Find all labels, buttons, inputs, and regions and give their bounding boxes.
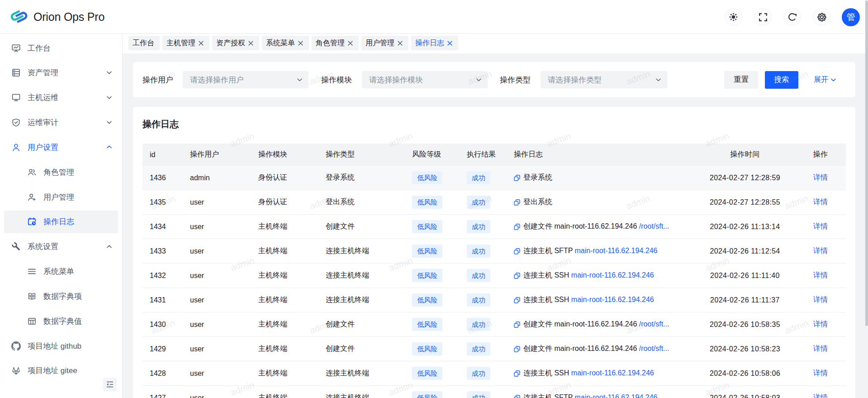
refresh-button[interactable] — [783, 8, 801, 26]
sidebar-collapse-button[interactable] — [103, 378, 117, 391]
sidebar-item-assets[interactable]: 资产管理 — [4, 62, 118, 84]
tab-asset-authorization[interactable]: 资产授权 — [212, 36, 259, 50]
detail-link[interactable]: 详情 — [813, 247, 828, 254]
sidebar-item-audit[interactable]: 运维审计 — [4, 111, 118, 134]
cell-time: 2024-02-26 11:13:14 — [695, 215, 795, 239]
log-text: 连接主机 SSH main-root-116.62.194.246 — [523, 271, 654, 280]
column-header-module: 操作模块 — [251, 144, 318, 166]
cell-user: user — [183, 239, 251, 264]
sidebar-item-label: 运维审计 — [28, 117, 58, 128]
detail-link[interactable]: 详情 — [813, 393, 828, 398]
cell-risk: 低风险 — [405, 166, 460, 190]
cell-time: 2024-02-26 10:58:35 — [695, 312, 795, 337]
sidebar-item-workbench[interactable]: 工作台 — [4, 37, 118, 59]
log-text: 创建文件 main-root-116.62.194.246 /root/sft.… — [523, 222, 669, 231]
detail-link[interactable]: 详情 — [813, 173, 828, 181]
filter-select-module[interactable]: 请选择操作模块 — [362, 71, 488, 88]
cell-time: 2024-02-26 10:58:23 — [695, 337, 795, 361]
copy-icon[interactable] — [514, 321, 520, 328]
copy-icon[interactable] — [514, 224, 520, 230]
column-header-risk: 风险等级 — [405, 144, 460, 166]
tab-workbench[interactable]: 工作台 — [128, 36, 160, 50]
sidebar-item-host-ops[interactable]: 主机运维 — [4, 86, 118, 109]
table-card: 操作日志 id 操作用户 操作模块 操作类型 风险等级 执行结果 操作日志 — [133, 107, 855, 398]
sidebar-item-github[interactable]: 项目地址 github — [4, 335, 118, 357]
search-button[interactable]: 搜索 — [765, 71, 798, 89]
sidebar-item-system-settings[interactable]: 系统设置 — [4, 235, 118, 258]
tab-user-management[interactable]: 用户管理 — [361, 36, 408, 50]
sidebar-item-operation-log[interactable]: 操作日志 — [4, 211, 118, 233]
detail-link[interactable]: 详情 — [813, 198, 828, 206]
filter-select-type[interactable]: 请选择操作类型 — [541, 71, 667, 88]
copy-icon[interactable] — [514, 199, 520, 206]
log-link[interactable]: /root/sft... — [639, 222, 669, 230]
close-icon[interactable] — [447, 40, 453, 46]
cell-time: 2024-02-26 10:58:06 — [695, 361, 795, 386]
log-prefix: 登录系统 — [523, 173, 552, 181]
expand-link[interactable]: 展开 — [814, 62, 836, 97]
detail-link[interactable]: 详情 — [813, 345, 828, 352]
table-row: 1434 user 主机终端 创建文件 低风险 成功 创建文件 main-roo… — [142, 215, 846, 239]
copy-icon[interactable] — [514, 346, 520, 352]
cell-module: 主机终端 — [251, 312, 318, 337]
avatar[interactable]: 管 — [842, 8, 860, 26]
detail-link[interactable]: 详情 — [813, 222, 828, 230]
tab-system-menu[interactable]: 系统菜单 — [262, 36, 309, 50]
sidebar-item-user-management[interactable]: 用户管理 — [4, 186, 118, 208]
log-link[interactable]: main-root-116.62.194.246 — [571, 296, 654, 303]
operation-log-table: id 操作用户 操作模块 操作类型 风险等级 执行结果 操作日志 操作时间 操作… — [142, 144, 846, 398]
log-link[interactable]: /root/sft... — [639, 320, 669, 328]
sidebar-item-role-management[interactable]: 角色管理 — [4, 161, 118, 183]
close-x-glyph — [198, 40, 204, 46]
user-group-icon — [28, 168, 36, 177]
menu-lines-icon — [28, 267, 36, 276]
detail-link[interactable]: 详情 — [813, 320, 828, 328]
log-link[interactable]: /root/sft... — [639, 345, 669, 352]
detail-link[interactable]: 详情 — [813, 369, 828, 377]
close-icon[interactable] — [397, 40, 403, 46]
close-icon[interactable] — [198, 40, 204, 46]
sidebar-item-label: 项目地址 gitee — [28, 365, 77, 376]
reset-button[interactable]: 重置 — [724, 71, 758, 89]
detail-link[interactable]: 详情 — [813, 296, 828, 303]
copy-icon[interactable] — [514, 175, 520, 181]
select-placeholder: 请选择操作模块 — [369, 75, 476, 85]
settings-button[interactable] — [813, 8, 830, 26]
tab-operation-log[interactable]: 操作日志 — [411, 36, 458, 50]
sidebar-item-user-settings[interactable]: 用户设置 — [4, 136, 118, 158]
sidebar-item-dict-value[interactable]: 数据字典值 — [4, 310, 118, 332]
detail-link[interactable]: 详情 — [813, 271, 828, 279]
cell-action: 详情 — [795, 312, 846, 337]
log-link[interactable]: main-root-116.62.194.246 — [571, 369, 654, 377]
tab-role-management[interactable]: 角色管理 — [312, 36, 359, 50]
log-link[interactable]: main-root-116.62.194.246 — [575, 393, 658, 398]
sidebar-item-gitee[interactable]: 项目地址 gitee — [4, 360, 118, 382]
table-row: 1428 user 主机终端 连接主机终端 低风险 成功 连接主机 SSH ma… — [142, 361, 846, 386]
filter-select-user[interactable]: 请选择操作用户 — [183, 71, 308, 88]
log-link[interactable]: main-root-116.62.194.246 — [571, 271, 654, 279]
cell-risk: 低风险 — [405, 337, 460, 361]
sidebar-item-label: 用户设置 — [28, 142, 58, 153]
sidebar-item-system-menu[interactable]: 系统菜单 — [4, 260, 118, 283]
scrollbar-thumb[interactable] — [865, 0, 868, 326]
copy-icon[interactable] — [514, 370, 520, 377]
cell-type: 连接主机终端 — [318, 288, 405, 312]
tab-host-management[interactable]: 主机管理 — [162, 36, 209, 50]
copy-icon[interactable] — [514, 395, 520, 398]
fullscreen-button[interactable] — [754, 8, 772, 26]
close-icon[interactable] — [298, 40, 304, 46]
copy-icon[interactable] — [514, 297, 520, 303]
theme-toggle-button[interactable] — [725, 8, 742, 26]
sidebar-item-dict-item[interactable]: 数据字典项 — [4, 285, 118, 307]
log-text: 连接主机 SFTP main-root-116.62.194.246 — [523, 393, 657, 398]
close-icon[interactable] — [347, 40, 353, 46]
cell-risk: 低风险 — [405, 361, 460, 386]
column-header-type: 操作类型 — [318, 144, 405, 166]
copy-icon[interactable] — [514, 273, 520, 279]
cell-module: 主机终端 — [251, 264, 318, 288]
log-link[interactable]: main-root-116.62.194.246 — [575, 247, 658, 254]
copy-icon[interactable] — [514, 248, 520, 254]
cell-id: 1435 — [142, 190, 183, 215]
close-x-glyph — [347, 40, 353, 46]
close-icon[interactable] — [248, 40, 254, 46]
